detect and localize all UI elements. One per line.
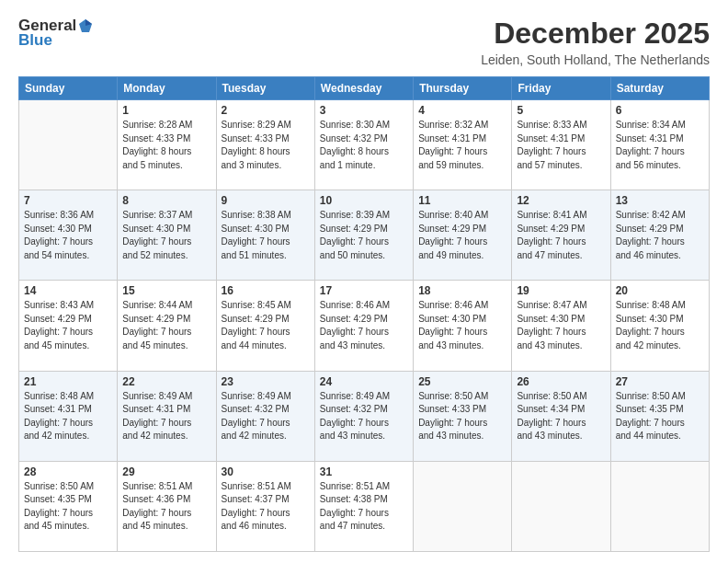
day-info: Sunrise: 8:49 AM Sunset: 4:31 PM Dayligh… xyxy=(122,390,210,443)
day-number: 28 xyxy=(24,465,112,478)
day-number: 9 xyxy=(222,194,310,207)
day-info: Sunrise: 8:43 AM Sunset: 4:29 PM Dayligh… xyxy=(24,299,112,352)
calendar-week-row: 7Sunrise: 8:36 AM Sunset: 4:30 PM Daylig… xyxy=(19,190,710,281)
day-number: 7 xyxy=(24,194,112,207)
day-info: Sunrise: 8:48 AM Sunset: 4:30 PM Dayligh… xyxy=(616,299,704,352)
day-info: Sunrise: 8:50 AM Sunset: 4:34 PM Dayligh… xyxy=(517,390,605,443)
table-row: 3Sunrise: 8:30 AM Sunset: 4:32 PM Daylig… xyxy=(314,100,413,190)
day-number: 16 xyxy=(222,284,310,297)
day-info: Sunrise: 8:49 AM Sunset: 4:32 PM Dayligh… xyxy=(320,390,408,443)
day-number: 27 xyxy=(616,375,704,388)
day-info: Sunrise: 8:33 AM Sunset: 4:31 PM Dayligh… xyxy=(517,119,605,172)
logo-blue: Blue xyxy=(18,31,52,50)
day-info: Sunrise: 8:38 AM Sunset: 4:30 PM Dayligh… xyxy=(222,209,310,262)
day-number: 14 xyxy=(24,284,112,297)
table-row: 24Sunrise: 8:49 AM Sunset: 4:32 PM Dayli… xyxy=(314,371,413,461)
table-row: 4Sunrise: 8:32 AM Sunset: 4:31 PM Daylig… xyxy=(414,100,512,190)
day-info: Sunrise: 8:50 AM Sunset: 4:35 PM Dayligh… xyxy=(616,390,704,443)
table-row: 23Sunrise: 8:49 AM Sunset: 4:32 PM Dayli… xyxy=(216,371,314,461)
col-thursday: Thursday xyxy=(414,77,512,100)
table-row: 11Sunrise: 8:40 AM Sunset: 4:29 PM Dayli… xyxy=(414,190,512,281)
day-number: 21 xyxy=(24,375,112,388)
day-number: 10 xyxy=(320,194,408,207)
day-number: 20 xyxy=(616,284,704,297)
day-info: Sunrise: 8:50 AM Sunset: 4:33 PM Dayligh… xyxy=(418,390,506,443)
table-row: 29Sunrise: 8:51 AM Sunset: 4:36 PM Dayli… xyxy=(118,461,216,551)
month-title: December 2025 xyxy=(481,17,710,51)
table-row: 17Sunrise: 8:46 AM Sunset: 4:29 PM Dayli… xyxy=(314,281,413,371)
calendar-header-row: Sunday Monday Tuesday Wednesday Thursday… xyxy=(19,77,710,100)
calendar-week-row: 1Sunrise: 8:28 AM Sunset: 4:33 PM Daylig… xyxy=(19,100,710,190)
table-row: 20Sunrise: 8:48 AM Sunset: 4:30 PM Dayli… xyxy=(610,281,709,371)
table-row: 22Sunrise: 8:49 AM Sunset: 4:31 PM Dayli… xyxy=(118,371,216,461)
calendar-week-row: 28Sunrise: 8:50 AM Sunset: 4:35 PM Dayli… xyxy=(19,461,710,551)
day-info: Sunrise: 8:44 AM Sunset: 4:29 PM Dayligh… xyxy=(122,299,210,352)
table-row: 6Sunrise: 8:34 AM Sunset: 4:31 PM Daylig… xyxy=(610,100,709,190)
day-number: 31 xyxy=(320,465,408,478)
table-row: 2Sunrise: 8:29 AM Sunset: 4:33 PM Daylig… xyxy=(216,100,314,190)
header: General Blue December 2025 Leiden, South… xyxy=(18,17,710,67)
page: General Blue December 2025 Leiden, South… xyxy=(0,0,728,563)
table-row: 27Sunrise: 8:50 AM Sunset: 4:35 PM Dayli… xyxy=(610,371,709,461)
col-saturday: Saturday xyxy=(610,77,709,100)
logo: General Blue xyxy=(18,17,95,50)
day-info: Sunrise: 8:46 AM Sunset: 4:29 PM Dayligh… xyxy=(320,299,408,352)
title-area: December 2025 Leiden, South Holland, The… xyxy=(481,17,710,67)
table-row xyxy=(610,461,709,551)
day-info: Sunrise: 8:51 AM Sunset: 4:36 PM Dayligh… xyxy=(122,480,210,534)
table-row: 30Sunrise: 8:51 AM Sunset: 4:37 PM Dayli… xyxy=(216,461,314,551)
day-info: Sunrise: 8:39 AM Sunset: 4:29 PM Dayligh… xyxy=(320,209,408,262)
table-row: 5Sunrise: 8:33 AM Sunset: 4:31 PM Daylig… xyxy=(512,100,610,190)
day-info: Sunrise: 8:50 AM Sunset: 4:35 PM Dayligh… xyxy=(24,480,112,534)
day-info: Sunrise: 8:29 AM Sunset: 4:33 PM Dayligh… xyxy=(222,119,310,172)
day-number: 17 xyxy=(320,284,408,297)
table-row: 26Sunrise: 8:50 AM Sunset: 4:34 PM Dayli… xyxy=(512,371,610,461)
day-info: Sunrise: 8:40 AM Sunset: 4:29 PM Dayligh… xyxy=(418,209,506,262)
table-row: 8Sunrise: 8:37 AM Sunset: 4:30 PM Daylig… xyxy=(118,190,216,281)
day-info: Sunrise: 8:34 AM Sunset: 4:31 PM Dayligh… xyxy=(616,119,704,172)
day-info: Sunrise: 8:49 AM Sunset: 4:32 PM Dayligh… xyxy=(222,390,310,443)
logo-flag-icon xyxy=(77,17,94,34)
day-info: Sunrise: 8:51 AM Sunset: 4:37 PM Dayligh… xyxy=(222,480,310,534)
day-number: 5 xyxy=(517,104,605,117)
day-info: Sunrise: 8:32 AM Sunset: 4:31 PM Dayligh… xyxy=(418,119,506,172)
day-number: 24 xyxy=(320,375,408,388)
day-number: 15 xyxy=(122,284,210,297)
calendar-week-row: 21Sunrise: 8:48 AM Sunset: 4:31 PM Dayli… xyxy=(19,371,710,461)
day-number: 22 xyxy=(122,375,210,388)
day-number: 2 xyxy=(222,104,310,117)
table-row: 7Sunrise: 8:36 AM Sunset: 4:30 PM Daylig… xyxy=(19,190,118,281)
table-row: 10Sunrise: 8:39 AM Sunset: 4:29 PM Dayli… xyxy=(314,190,413,281)
day-number: 29 xyxy=(122,465,210,478)
table-row: 18Sunrise: 8:46 AM Sunset: 4:30 PM Dayli… xyxy=(414,281,512,371)
table-row: 15Sunrise: 8:44 AM Sunset: 4:29 PM Dayli… xyxy=(118,281,216,371)
table-row xyxy=(19,100,118,190)
day-info: Sunrise: 8:51 AM Sunset: 4:38 PM Dayligh… xyxy=(320,480,408,534)
table-row xyxy=(512,461,610,551)
table-row: 13Sunrise: 8:42 AM Sunset: 4:29 PM Dayli… xyxy=(610,190,709,281)
calendar-table: Sunday Monday Tuesday Wednesday Thursday… xyxy=(18,76,710,552)
day-info: Sunrise: 8:48 AM Sunset: 4:31 PM Dayligh… xyxy=(24,390,112,443)
col-wednesday: Wednesday xyxy=(314,77,413,100)
table-row: 9Sunrise: 8:38 AM Sunset: 4:30 PM Daylig… xyxy=(216,190,314,281)
day-number: 30 xyxy=(222,465,310,478)
day-number: 13 xyxy=(616,194,704,207)
day-number: 26 xyxy=(517,375,605,388)
table-row: 31Sunrise: 8:51 AM Sunset: 4:38 PM Dayli… xyxy=(314,461,413,551)
col-tuesday: Tuesday xyxy=(216,77,314,100)
table-row: 1Sunrise: 8:28 AM Sunset: 4:33 PM Daylig… xyxy=(118,100,216,190)
col-friday: Friday xyxy=(512,77,610,100)
table-row: 12Sunrise: 8:41 AM Sunset: 4:29 PM Dayli… xyxy=(512,190,610,281)
table-row: 25Sunrise: 8:50 AM Sunset: 4:33 PM Dayli… xyxy=(414,371,512,461)
location: Leiden, South Holland, The Netherlands xyxy=(481,52,710,67)
day-info: Sunrise: 8:47 AM Sunset: 4:30 PM Dayligh… xyxy=(517,299,605,352)
day-info: Sunrise: 8:28 AM Sunset: 4:33 PM Dayligh… xyxy=(122,119,210,172)
table-row: 21Sunrise: 8:48 AM Sunset: 4:31 PM Dayli… xyxy=(19,371,118,461)
day-number: 25 xyxy=(418,375,506,388)
day-number: 11 xyxy=(418,194,506,207)
table-row: 14Sunrise: 8:43 AM Sunset: 4:29 PM Dayli… xyxy=(19,281,118,371)
day-info: Sunrise: 8:45 AM Sunset: 4:29 PM Dayligh… xyxy=(222,299,310,352)
day-number: 23 xyxy=(222,375,310,388)
day-number: 4 xyxy=(418,104,506,117)
day-number: 6 xyxy=(616,104,704,117)
